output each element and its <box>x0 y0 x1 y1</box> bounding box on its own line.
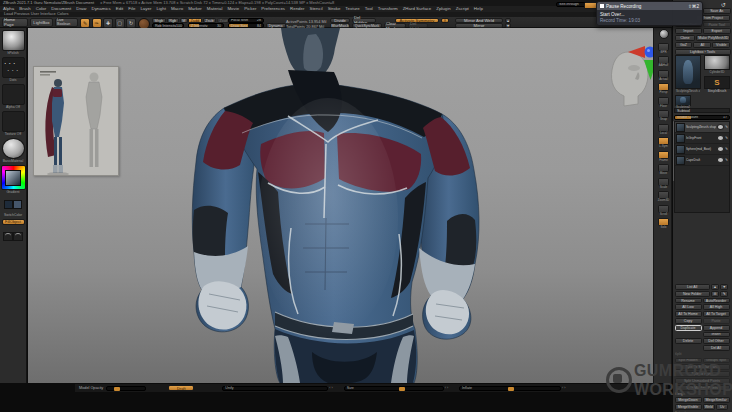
mode-icon-button[interactable]: ✚ <box>103 18 113 28</box>
symmetry-x-button[interactable]: X <box>441 18 449 23</box>
subtool-op-button[interactable]: Split To Parts <box>675 371 730 377</box>
tool-thumbnail[interactable]: SculptingZbrush <box>675 95 691 106</box>
subtool-row[interactable]: CapeDraft✎ <box>675 155 729 166</box>
mode-icon-button[interactable]: ✎ <box>80 18 90 28</box>
menu-item[interactable]: ZHard Surface <box>403 6 432 11</box>
menu-item[interactable]: Zplugin <box>436 6 450 11</box>
menu-item[interactable]: Help <box>474 6 483 11</box>
tool-button[interactable]: Make PolyMesh3D <box>696 35 730 41</box>
right-shelf-button[interactable]: Snap <box>654 110 673 123</box>
menu-item[interactable]: Macro <box>171 6 183 11</box>
subtool-op-button[interactable]: ▲ <box>711 284 719 290</box>
right-shelf-button[interactable]: Move <box>654 164 673 177</box>
menu-item[interactable]: Layer <box>140 6 151 11</box>
start-over-item[interactable]: Start Over... <box>597 10 702 17</box>
subtool-op-button[interactable]: Delete <box>675 338 702 344</box>
tool-button[interactable]: Clone <box>675 35 696 41</box>
subtool-op-button[interactable]: MergeDown <box>675 397 702 403</box>
curve-icon[interactable] <box>13 232 23 241</box>
subtool-op-button[interactable]: Rename <box>675 298 702 304</box>
rgb-intensity-slider[interactable]: Rgb Intensity100 <box>152 23 184 28</box>
mode-icon-button[interactable]: ▢ <box>115 18 125 28</box>
menu-item[interactable]: Stroke <box>328 6 341 11</box>
subtool-op-button[interactable]: Split Unmasked Points <box>675 378 730 384</box>
reset-icon[interactable]: ↺ <box>721 1 726 8</box>
draw-size-slider[interactable]: Draw Size84 <box>228 23 264 28</box>
menu-item[interactable]: Light <box>156 6 166 11</box>
visibility-eye-icon[interactable] <box>717 135 724 140</box>
size-slider[interactable]: Size <box>344 386 444 391</box>
thumbnail[interactable] <box>2 138 25 159</box>
mode-icon-button[interactable]: ✑ <box>92 18 102 28</box>
thumbnail[interactable] <box>2 111 25 132</box>
right-shelf-button[interactable]: Scale <box>654 178 673 191</box>
tool-button[interactable]: GoZ <box>675 42 693 48</box>
subtool-op-button[interactable]: Insert <box>703 332 730 338</box>
thumbnail[interactable] <box>2 84 25 105</box>
tool-thumbnail[interactable]: Cylinder3D <box>704 55 730 70</box>
subtool-op-button[interactable]: ⊞ <box>711 291 719 297</box>
right-shelf-button[interactable]: Frame <box>654 151 673 164</box>
subtool-op-button[interactable]: Copy <box>675 318 702 324</box>
del-hidden-button[interactable]: Del Hidden <box>352 18 376 23</box>
focal-shift-slider[interactable]: Focal Shift28 <box>228 18 264 23</box>
mirror-and-weld-button[interactable]: Mirror And Weld <box>455 18 503 23</box>
subtool-op-button[interactable]: MergeVisible <box>675 404 702 410</box>
dynamic-toggle[interactable]: Dynamic <box>266 23 286 28</box>
tool-button[interactable]: Paste Tool <box>703 22 731 28</box>
left-shelf-item[interactable]: Alpha Off <box>2 84 25 109</box>
stepper-arrows[interactable]: ‹ › <box>562 386 565 390</box>
visibility-eye-icon[interactable] <box>717 157 724 162</box>
subtool-row[interactable]: SculptingZbrush-shape5✎ <box>675 122 729 133</box>
clear-mask-button[interactable]: Clear Mask <box>384 23 406 28</box>
subtool-op-button[interactable]: New Folder <box>675 291 710 297</box>
subtool-op-button[interactable]: All Low <box>675 304 702 310</box>
menu-item[interactable]: Stencil <box>309 6 322 11</box>
menu-item[interactable]: Zscript <box>456 6 469 11</box>
menu-item[interactable]: File <box>128 6 135 11</box>
lightbox-button[interactable]: LightBox <box>30 18 53 27</box>
menu-item[interactable]: Transform <box>378 6 398 11</box>
live-boolean-button[interactable]: Live Boolean <box>55 18 78 27</box>
inflate-slider[interactable]: Inflate <box>459 386 561 391</box>
menu-item[interactable]: Render <box>290 6 304 11</box>
left-shelf-item[interactable]: BasicMaterial <box>2 138 25 163</box>
subtool-op-button[interactable]: ✎ <box>720 291 728 297</box>
menu-item[interactable]: Marker <box>188 6 202 11</box>
fill-object-button[interactable]: FillObject <box>2 219 25 226</box>
del-hidden-2-button[interactable]: Del Hidden <box>408 23 428 28</box>
thumbnail[interactable] <box>2 57 25 78</box>
thumbnail[interactable] <box>2 30 25 51</box>
menu-item[interactable]: Draw <box>76 6 86 11</box>
right-shelf-button[interactable]: Zoom3D <box>654 191 673 204</box>
right-shelf-button[interactable]: Floor <box>654 97 673 110</box>
menu-item[interactable]: Preferences <box>261 6 285 11</box>
current-tool-thumbnail[interactable]: SculptingZbrush-shape5 <box>675 55 701 89</box>
right-shelf-button[interactable]: Local <box>654 124 673 137</box>
subtool-op-button[interactable]: Duplicate <box>675 325 702 331</box>
right-shelf-button[interactable]: Scroll <box>654 205 673 218</box>
subtool-op-button[interactable]: Del All <box>703 345 730 351</box>
draft-button[interactable]: Draft <box>168 385 194 391</box>
model-opacity-slider[interactable] <box>106 386 146 391</box>
mode-icon-button[interactable]: ↻ <box>126 18 136 28</box>
subtool-op-button[interactable]: Split To Similar Parts <box>675 364 730 370</box>
left-shelf-item[interactable]: hPolish <box>2 30 25 55</box>
tool-button[interactable]: Import <box>675 28 703 34</box>
quicksyncmask-button[interactable]: QuickSyncMask <box>352 23 382 28</box>
stepper-arrows[interactable]: ‹ › <box>445 386 448 390</box>
main-color-swatch[interactable] <box>4 200 13 209</box>
edit-icon[interactable]: ✎ <box>725 158 728 162</box>
menu-item[interactable]: Material <box>207 6 223 11</box>
subtool-op-button[interactable]: Uv <box>716 404 728 410</box>
right-shelf-button[interactable]: Actual <box>654 70 673 83</box>
left-shelf-item[interactable]: Dots <box>2 57 25 82</box>
subtool-op-button[interactable]: All To Home <box>675 311 702 317</box>
right-shelf-button[interactable]: AAHalf <box>654 56 673 69</box>
tool-button[interactable]: Visible <box>712 42 730 48</box>
subtool-op-button[interactable]: AutoReorder <box>703 298 730 304</box>
blurmask-button[interactable]: BlurMask <box>330 23 350 28</box>
tool-button[interactable]: All <box>693 42 711 48</box>
tool-button[interactable]: Save As <box>703 8 731 14</box>
menu-item[interactable]: Movie <box>227 6 239 11</box>
